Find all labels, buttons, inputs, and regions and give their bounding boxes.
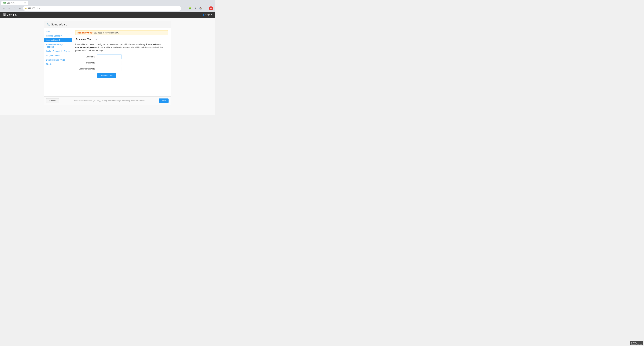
mandatory-text: You need to fill this out now. bbox=[94, 32, 118, 34]
tab-title: OctoPrint bbox=[7, 2, 23, 4]
download-button[interactable]: ⬇ bbox=[193, 6, 198, 11]
url-text: 192.168.1.93 bbox=[28, 7, 40, 9]
page-content: 🖨 OctoPrint 👤 Login ▾ 🔧 Setup Wizard Sta… bbox=[0, 12, 215, 115]
octoprint-navbar: 🖨 OctoPrint 👤 Login ▾ bbox=[0, 12, 215, 18]
home-button[interactable]: ⌂ bbox=[18, 6, 22, 10]
wizard-header: 🔧 Setup Wizard bbox=[44, 21, 171, 28]
next-button[interactable]: Next bbox=[159, 98, 168, 103]
profile-button[interactable]: M bbox=[209, 6, 213, 10]
forward-button[interactable]: → bbox=[7, 6, 12, 10]
confirm-password-label: Confirm Password bbox=[75, 68, 97, 70]
wizard-body: Start Restore Backup? Access Control Ano… bbox=[44, 28, 171, 96]
browser-toolbar: ← → ↻ ⌂ 🔒 192.168.1.93 ☆ 🧩 ⬇ 📚 ⋮ M bbox=[0, 5, 215, 12]
wizard-header-icon: 🔧 bbox=[46, 23, 50, 26]
sidebar-item-restore-backup[interactable]: Restore Backup? bbox=[44, 34, 72, 38]
menu-button[interactable]: ⋮ bbox=[204, 6, 208, 11]
username-input[interactable] bbox=[97, 55, 122, 59]
brand-name: OctoPrint bbox=[7, 13, 16, 16]
sidebar-item-start[interactable]: Start bbox=[44, 29, 72, 34]
address-bar[interactable]: 🔒 192.168.1.93 bbox=[23, 6, 181, 11]
sidebar-item-plugin-blacklist[interactable]: Plugin Blacklist bbox=[44, 53, 72, 58]
login-caret: ▾ bbox=[211, 13, 212, 16]
username-form-group: Username bbox=[75, 55, 168, 59]
login-icon: 👤 bbox=[202, 13, 205, 16]
sidebar-item-default-printer[interactable]: Default Printer Profile bbox=[44, 58, 72, 62]
wizard-title: Setup Wizard bbox=[51, 23, 67, 26]
mandatory-label: Mandatory Step! bbox=[78, 32, 93, 34]
wizard-wrapper: 🔧 Setup Wizard Start Restore Backup? Acc… bbox=[0, 18, 215, 108]
bookmark-button[interactable]: ☆ bbox=[182, 6, 187, 11]
wizard-footer: Previous Unless otherwise noted, you may… bbox=[44, 96, 171, 105]
sidebar-item-anonymous-usage[interactable]: Anonymous Usage Tracking bbox=[44, 42, 72, 49]
tab-close-button[interactable]: ✕ bbox=[24, 2, 26, 4]
refresh-button[interactable]: ↻ bbox=[12, 6, 17, 10]
sidebar-item-access-control[interactable]: Access Control bbox=[44, 38, 72, 42]
back-button[interactable]: ← bbox=[2, 6, 6, 10]
create-account-button[interactable]: Create Account bbox=[97, 73, 116, 78]
footer-note: Unless otherwise noted, you may just ski… bbox=[59, 100, 159, 102]
login-nav-item[interactable]: 👤 Login ▾ bbox=[202, 13, 212, 16]
mandatory-banner: Mandatory Step! You need to fill this ou… bbox=[75, 30, 168, 35]
extensions-button[interactable]: 🧩 bbox=[188, 6, 192, 11]
wizard-box: 🔧 Setup Wizard Start Restore Backup? Acc… bbox=[44, 21, 171, 105]
new-tab-button[interactable]: + bbox=[29, 1, 33, 5]
username-label: Username bbox=[75, 56, 97, 58]
login-label: Login bbox=[206, 13, 210, 16]
security-icon: 🔒 bbox=[25, 7, 27, 9]
sidebar-item-online-connectivity[interactable]: Online Connectivity Check bbox=[44, 49, 72, 53]
browser-tab-active[interactable]: 🖨 OctoPrint ✕ bbox=[1, 1, 28, 5]
section-title: Access Control bbox=[75, 38, 168, 41]
sidebar-item-finish[interactable]: Finish bbox=[44, 62, 72, 66]
confirm-password-form-group: Confirm Password bbox=[75, 67, 168, 71]
password-form-group: Password bbox=[75, 61, 168, 65]
wizard-main: Mandatory Step! You need to fill this ou… bbox=[72, 28, 171, 96]
previous-button[interactable]: Previous bbox=[46, 98, 59, 103]
description-text: It looks like you haven't configured acc… bbox=[75, 43, 168, 52]
brand-icon: 🖨 bbox=[3, 13, 6, 16]
toolbar-actions: ☆ 🧩 ⬇ 📚 ⋮ M bbox=[182, 6, 213, 11]
password-label: Password bbox=[75, 62, 97, 64]
browser-chrome: 🖨 OctoPrint ✕ + ← → ↻ ⌂ 🔒 192.168.1.93 ☆… bbox=[0, 0, 215, 12]
password-input[interactable] bbox=[97, 61, 122, 65]
confirm-password-input[interactable] bbox=[97, 67, 122, 71]
browser-tabs: 🖨 OctoPrint ✕ + bbox=[0, 0, 215, 5]
wizard-sidebar: Start Restore Backup? Access Control Ano… bbox=[44, 28, 72, 96]
tab-favicon: 🖨 bbox=[3, 2, 6, 4]
reading-list-button[interactable]: 📚 bbox=[198, 6, 203, 11]
brand: 🖨 OctoPrint bbox=[3, 13, 16, 16]
